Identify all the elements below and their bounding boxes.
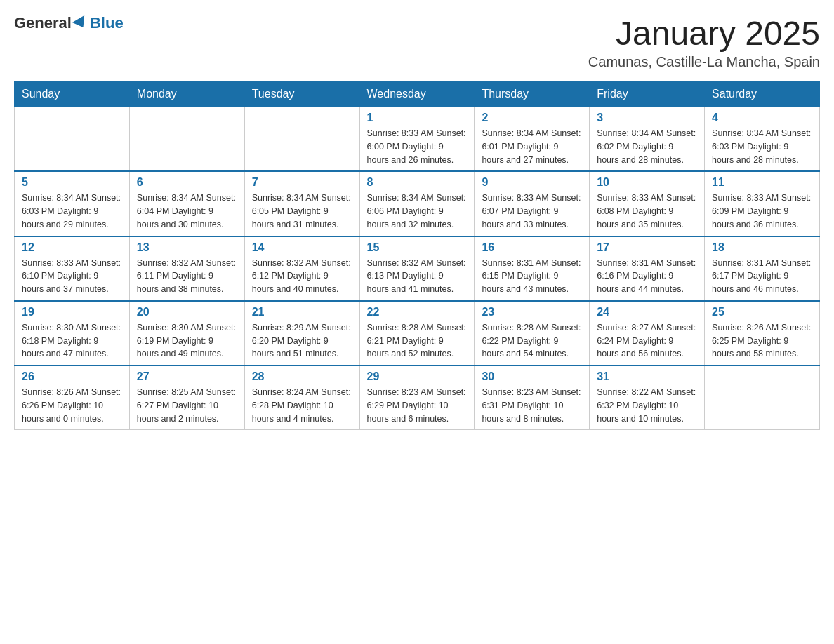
calendar-cell: 24Sunrise: 8:27 AM Sunset: 6:24 PM Dayli… [590, 301, 705, 365]
col-header-tuesday: Tuesday [244, 82, 359, 107]
day-number: 12 [22, 241, 122, 254]
day-number: 14 [252, 241, 352, 254]
calendar-cell: 6Sunrise: 8:34 AM Sunset: 6:04 PM Daylig… [129, 171, 244, 236]
calendar-cell: 16Sunrise: 8:31 AM Sunset: 6:15 PM Dayli… [475, 236, 590, 301]
day-number: 22 [367, 306, 468, 318]
day-info: Sunrise: 8:34 AM Sunset: 6:05 PM Dayligh… [252, 192, 352, 231]
day-info: Sunrise: 8:27 AM Sunset: 6:24 PM Dayligh… [597, 321, 697, 361]
day-info: Sunrise: 8:22 AM Sunset: 6:32 PM Dayligh… [597, 386, 697, 425]
calendar-cell: 15Sunrise: 8:32 AM Sunset: 6:13 PM Dayli… [359, 236, 475, 301]
calendar-cell: 19Sunrise: 8:30 AM Sunset: 6:18 PM Dayli… [15, 301, 130, 365]
month-title: January 2025 [588, 14, 820, 53]
calendar-week-row: 1Sunrise: 8:33 AM Sunset: 6:00 PM Daylig… [15, 107, 820, 171]
col-header-sunday: Sunday [15, 82, 130, 107]
calendar-cell: 18Sunrise: 8:31 AM Sunset: 6:17 PM Dayli… [705, 236, 820, 301]
day-number: 20 [137, 306, 237, 318]
title-section: January 2025 Camunas, Castille-La Mancha… [588, 14, 820, 70]
calendar-cell: 29Sunrise: 8:23 AM Sunset: 6:29 PM Dayli… [359, 365, 475, 430]
day-info: Sunrise: 8:33 AM Sunset: 6:10 PM Dayligh… [22, 257, 122, 296]
day-info: Sunrise: 8:25 AM Sunset: 6:27 PM Dayligh… [137, 386, 237, 425]
day-number: 27 [137, 370, 237, 383]
day-number: 9 [482, 176, 582, 189]
day-info: Sunrise: 8:26 AM Sunset: 6:25 PM Dayligh… [712, 321, 812, 361]
col-header-saturday: Saturday [705, 82, 820, 107]
calendar-cell: 7Sunrise: 8:34 AM Sunset: 6:05 PM Daylig… [244, 171, 359, 236]
day-number: 11 [712, 176, 812, 189]
calendar-cell [129, 107, 244, 171]
day-number: 23 [482, 306, 582, 318]
logo-arrow-icon [72, 15, 89, 31]
day-info: Sunrise: 8:34 AM Sunset: 6:03 PM Dayligh… [22, 192, 122, 231]
calendar-header-row: SundayMondayTuesdayWednesdayThursdayFrid… [15, 82, 820, 107]
calendar-cell: 12Sunrise: 8:33 AM Sunset: 6:10 PM Dayli… [15, 236, 130, 301]
col-header-friday: Friday [590, 82, 705, 107]
day-number: 10 [597, 176, 697, 189]
day-number: 18 [712, 241, 812, 254]
calendar-cell: 21Sunrise: 8:29 AM Sunset: 6:20 PM Dayli… [244, 301, 359, 365]
day-info: Sunrise: 8:32 AM Sunset: 6:13 PM Dayligh… [367, 257, 468, 296]
day-info: Sunrise: 8:32 AM Sunset: 6:12 PM Dayligh… [252, 257, 352, 296]
day-number: 8 [367, 176, 468, 189]
col-header-monday: Monday [129, 82, 244, 107]
calendar-cell [705, 365, 820, 430]
day-number: 31 [597, 370, 697, 383]
day-number: 13 [137, 241, 237, 254]
day-info: Sunrise: 8:33 AM Sunset: 6:08 PM Dayligh… [597, 192, 697, 231]
location-subtitle: Camunas, Castille-La Mancha, Spain [588, 54, 820, 70]
calendar-cell: 20Sunrise: 8:30 AM Sunset: 6:19 PM Dayli… [129, 301, 244, 365]
calendar-cell: 11Sunrise: 8:33 AM Sunset: 6:09 PM Dayli… [705, 171, 820, 236]
day-number: 26 [22, 370, 122, 383]
day-number: 5 [22, 176, 122, 189]
calendar-table: SundayMondayTuesdayWednesdayThursdayFrid… [14, 81, 820, 430]
day-info: Sunrise: 8:34 AM Sunset: 6:04 PM Dayligh… [137, 192, 237, 231]
col-header-thursday: Thursday [475, 82, 590, 107]
logo-general-text: General [14, 14, 72, 32]
day-number: 6 [137, 176, 237, 189]
day-number: 17 [597, 241, 697, 254]
day-number: 15 [367, 241, 468, 254]
day-info: Sunrise: 8:30 AM Sunset: 6:18 PM Dayligh… [22, 321, 122, 361]
day-info: Sunrise: 8:31 AM Sunset: 6:15 PM Dayligh… [482, 257, 582, 296]
calendar-cell: 10Sunrise: 8:33 AM Sunset: 6:08 PM Dayli… [590, 171, 705, 236]
day-number: 29 [367, 370, 468, 383]
day-info: Sunrise: 8:23 AM Sunset: 6:31 PM Dayligh… [482, 386, 582, 425]
calendar-cell: 8Sunrise: 8:34 AM Sunset: 6:06 PM Daylig… [359, 171, 475, 236]
day-number: 25 [712, 306, 812, 318]
day-info: Sunrise: 8:28 AM Sunset: 6:21 PM Dayligh… [367, 321, 468, 361]
calendar-cell: 14Sunrise: 8:32 AM Sunset: 6:12 PM Dayli… [244, 236, 359, 301]
calendar-cell: 23Sunrise: 8:28 AM Sunset: 6:22 PM Dayli… [475, 301, 590, 365]
calendar-cell: 5Sunrise: 8:34 AM Sunset: 6:03 PM Daylig… [15, 171, 130, 236]
day-info: Sunrise: 8:34 AM Sunset: 6:01 PM Dayligh… [482, 127, 582, 166]
calendar-cell [244, 107, 359, 171]
calendar-cell: 31Sunrise: 8:22 AM Sunset: 6:32 PM Dayli… [590, 365, 705, 430]
day-info: Sunrise: 8:34 AM Sunset: 6:06 PM Dayligh… [367, 192, 468, 231]
calendar-cell: 9Sunrise: 8:33 AM Sunset: 6:07 PM Daylig… [475, 171, 590, 236]
calendar-cell: 4Sunrise: 8:34 AM Sunset: 6:03 PM Daylig… [705, 107, 820, 171]
logo-blue-text: Blue [90, 14, 124, 32]
day-info: Sunrise: 8:29 AM Sunset: 6:20 PM Dayligh… [252, 321, 352, 361]
day-info: Sunrise: 8:33 AM Sunset: 6:00 PM Dayligh… [367, 127, 468, 166]
calendar-cell: 3Sunrise: 8:34 AM Sunset: 6:02 PM Daylig… [590, 107, 705, 171]
col-header-wednesday: Wednesday [359, 82, 475, 107]
calendar-cell: 26Sunrise: 8:26 AM Sunset: 6:26 PM Dayli… [15, 365, 130, 430]
calendar-cell: 1Sunrise: 8:33 AM Sunset: 6:00 PM Daylig… [359, 107, 475, 171]
day-info: Sunrise: 8:34 AM Sunset: 6:02 PM Dayligh… [597, 127, 697, 166]
calendar-cell: 22Sunrise: 8:28 AM Sunset: 6:21 PM Dayli… [359, 301, 475, 365]
day-number: 2 [482, 112, 582, 124]
day-number: 4 [712, 112, 812, 124]
day-number: 1 [367, 112, 468, 124]
day-info: Sunrise: 8:32 AM Sunset: 6:11 PM Dayligh… [137, 257, 237, 296]
day-info: Sunrise: 8:28 AM Sunset: 6:22 PM Dayligh… [482, 321, 582, 361]
day-info: Sunrise: 8:30 AM Sunset: 6:19 PM Dayligh… [137, 321, 237, 361]
day-info: Sunrise: 8:23 AM Sunset: 6:29 PM Dayligh… [367, 386, 468, 425]
day-number: 16 [482, 241, 582, 254]
calendar-cell: 17Sunrise: 8:31 AM Sunset: 6:16 PM Dayli… [590, 236, 705, 301]
day-info: Sunrise: 8:31 AM Sunset: 6:16 PM Dayligh… [597, 257, 697, 296]
calendar-week-row: 12Sunrise: 8:33 AM Sunset: 6:10 PM Dayli… [15, 236, 820, 301]
day-number: 3 [597, 112, 697, 124]
calendar-cell: 27Sunrise: 8:25 AM Sunset: 6:27 PM Dayli… [129, 365, 244, 430]
calendar-cell [15, 107, 130, 171]
day-number: 19 [22, 306, 122, 318]
day-number: 30 [482, 370, 582, 383]
day-info: Sunrise: 8:24 AM Sunset: 6:28 PM Dayligh… [252, 386, 352, 425]
